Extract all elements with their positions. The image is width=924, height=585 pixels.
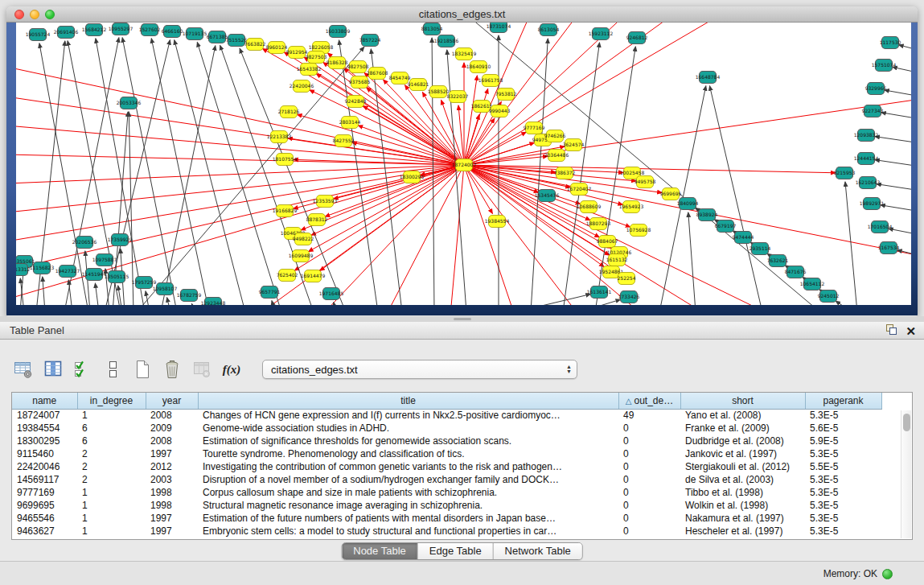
graph-edge[interactable] bbox=[469, 169, 643, 305]
tab-network-table[interactable]: Network Table bbox=[494, 543, 582, 559]
table-cell[interactable]: Changes of HCN gene expression and I(f) … bbox=[198, 409, 618, 422]
graph-edge[interactable] bbox=[893, 67, 911, 73]
graph-edge[interactable] bbox=[470, 168, 599, 237]
table-cell[interactable]: 1 bbox=[77, 499, 146, 512]
table-cell[interactable]: 1998 bbox=[146, 486, 198, 499]
network-window-titlebar[interactable]: citations_edges.txt bbox=[6, 6, 918, 23]
table-cell[interactable]: 19384554 bbox=[12, 422, 77, 435]
graph-edge[interactable] bbox=[885, 90, 911, 97]
graph-edge[interactable] bbox=[191, 303, 195, 305]
graph-edge[interactable] bbox=[68, 41, 121, 305]
table-cell[interactable]: 0 bbox=[618, 435, 680, 447]
delete-columns-button[interactable] bbox=[160, 356, 184, 382]
graph-edge[interactable] bbox=[95, 283, 99, 305]
graph-edge[interactable] bbox=[881, 113, 911, 119]
table-cell[interactable]: 1 bbox=[77, 525, 146, 538]
table-row[interactable]: 911546021997Tourette syndrome. Phenomeno… bbox=[12, 447, 881, 460]
table-cell[interactable]: 0 bbox=[618, 512, 680, 525]
table-cell[interactable]: Wolkin et al. (1998) bbox=[680, 499, 805, 512]
table-cell[interactable]: Genome-wide association studies in ADHD. bbox=[198, 422, 618, 435]
table-row[interactable]: 946554611997Estimation of the future num… bbox=[12, 512, 881, 525]
float-panel-icon[interactable] bbox=[885, 323, 897, 339]
table-row[interactable]: 1456911722003Disruption of a novel membe… bbox=[12, 473, 881, 486]
column-header[interactable]: year bbox=[146, 393, 198, 409]
table-cell[interactable]: 9463627 bbox=[12, 525, 77, 538]
column-header[interactable]: pagerank bbox=[805, 393, 881, 409]
table-cell[interactable]: 0 bbox=[618, 460, 680, 473]
graph-edge[interactable] bbox=[197, 43, 281, 305]
tab-edge-table[interactable]: Edge Table bbox=[418, 543, 494, 559]
network-selector[interactable]: citations_edges.txt ▲▼ bbox=[262, 360, 577, 379]
table-cell[interactable]: 9115460 bbox=[12, 447, 77, 460]
column-header[interactable]: in_degree bbox=[77, 393, 146, 409]
graph-edge[interactable] bbox=[709, 86, 762, 305]
table-cell[interactable]: 5.3E-5 bbox=[805, 447, 881, 460]
table-row[interactable]: 1830029562008Estimation of significance … bbox=[12, 435, 881, 447]
graph-edge[interactable] bbox=[688, 212, 696, 305]
graph-edge[interactable] bbox=[167, 298, 170, 305]
table-cell[interactable]: 1998 bbox=[146, 499, 198, 512]
graph-edge[interactable] bbox=[298, 114, 458, 163]
graph-edge[interactable] bbox=[447, 50, 466, 305]
graph-edge[interactable] bbox=[16, 166, 458, 241]
graph-edge[interactable] bbox=[468, 170, 579, 305]
graph-edge[interactable] bbox=[881, 205, 911, 212]
graph-edge[interactable] bbox=[334, 303, 336, 305]
table-cell[interactable]: 1 bbox=[77, 512, 146, 525]
function-builder-button[interactable]: f(x) bbox=[220, 356, 244, 382]
table-cell[interactable]: 49 bbox=[618, 409, 680, 422]
graph-edge[interactable] bbox=[105, 40, 170, 305]
column-header[interactable]: short bbox=[680, 393, 805, 409]
graph-edge[interactable] bbox=[371, 49, 402, 305]
delete-table-button[interactable] bbox=[190, 356, 214, 382]
graph-edge[interactable] bbox=[386, 171, 461, 305]
show-columns-button[interactable] bbox=[41, 356, 65, 382]
table-row[interactable]: 1872400712008Changes of HCN gene express… bbox=[12, 409, 881, 422]
table-cell[interactable]: 6 bbox=[77, 435, 146, 447]
graph-edge[interactable] bbox=[470, 156, 548, 164]
column-header[interactable]: name bbox=[12, 393, 77, 409]
table-cell[interactable]: 6 bbox=[77, 422, 146, 435]
graph-edge[interactable] bbox=[322, 170, 460, 305]
table-cell[interactable]: 1 bbox=[77, 409, 146, 422]
row-height-button[interactable] bbox=[101, 356, 125, 382]
table-row[interactable]: 969969511998Structural magnetic resonanc… bbox=[12, 499, 881, 512]
table-cell[interactable]: 5.5E-5 bbox=[805, 460, 881, 473]
table-cell[interactable]: Tibbo et al. (1998) bbox=[680, 486, 805, 499]
table-cell[interactable]: Structural magnetic resonance image aver… bbox=[198, 499, 618, 512]
table-cell[interactable]: Embryonic stem cells: a model to study s… bbox=[198, 525, 618, 538]
graph-edge[interactable] bbox=[836, 301, 852, 305]
table-cell[interactable]: 5.3E-5 bbox=[805, 512, 881, 525]
table-cell[interactable]: de Silva et al. (2003) bbox=[680, 473, 805, 486]
graph-edge[interactable] bbox=[875, 137, 911, 143]
table-cell[interactable]: Yano et al. (2008) bbox=[680, 409, 805, 422]
graph-edge[interactable] bbox=[877, 184, 911, 191]
table-cell[interactable]: 1 bbox=[77, 486, 146, 499]
table-cell[interactable]: Investigating the contribution of common… bbox=[198, 460, 618, 473]
table-cell[interactable]: 2003 bbox=[146, 473, 198, 486]
table-cell[interactable]: 0 bbox=[618, 473, 680, 486]
table-cell[interactable]: 0 bbox=[618, 525, 680, 538]
table-cell[interactable]: 9465546 bbox=[12, 512, 77, 525]
close-panel-icon[interactable]: ✕ bbox=[906, 324, 916, 339]
graph-edge[interactable] bbox=[450, 171, 463, 305]
table-cell[interactable]: 5.3E-5 bbox=[805, 473, 881, 486]
table-row[interactable]: 946362711997Embryonic stem cells: a mode… bbox=[12, 525, 881, 538]
table-cell[interactable]: 9699695 bbox=[12, 499, 77, 512]
column-header[interactable]: △out_de… bbox=[618, 393, 680, 409]
graph-edge[interactable] bbox=[875, 160, 911, 167]
table-cell[interactable]: Estimation of the future numbers of pati… bbox=[198, 512, 618, 525]
table-cell[interactable]: Estimation of significance thresholds fo… bbox=[198, 435, 618, 447]
table-cell[interactable]: 2008 bbox=[146, 409, 198, 422]
table-cell[interactable]: Stergiakouli et al. (2012) bbox=[680, 460, 805, 473]
table-mode-button[interactable] bbox=[11, 356, 35, 382]
select-rows-button[interactable] bbox=[71, 356, 95, 382]
create-column-button[interactable] bbox=[130, 356, 154, 382]
graph-edge[interactable] bbox=[43, 277, 45, 305]
graph-edge[interactable] bbox=[579, 299, 620, 305]
table-cell[interactable]: 2 bbox=[77, 473, 146, 486]
graph-edge[interactable] bbox=[137, 47, 364, 305]
table-row[interactable]: 2242004622012Investigating the contribut… bbox=[12, 460, 881, 473]
table-cell[interactable]: Jankovic et al. (1997) bbox=[680, 447, 805, 460]
panel-splitter[interactable] bbox=[0, 316, 924, 322]
